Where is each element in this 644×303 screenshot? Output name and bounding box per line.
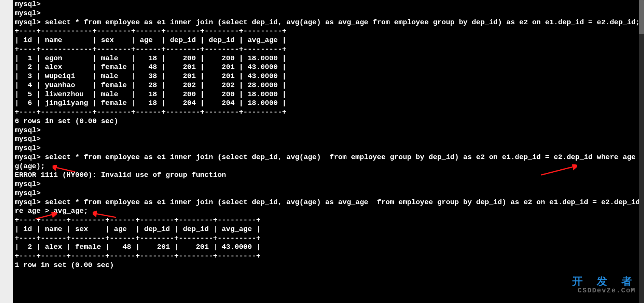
scrollbar-thumb[interactable] <box>639 0 644 34</box>
sql-query-3b: re age > avg_age; <box>15 207 642 216</box>
sql-query-1: mysql> select * from employee as e1 inne… <box>15 18 642 27</box>
result-summary: 1 row in set (0.00 sec) <box>15 261 642 270</box>
watermark-bottom: CSDDevZe.CoM <box>572 286 636 295</box>
table-sep: +----+------------+--------+------+-----… <box>15 27 642 36</box>
sql-query-2b: g(age); <box>15 162 642 171</box>
table-row: | 2 | alex | female | 48 | 201 | 201 | 4… <box>15 63 642 72</box>
terminal-line: mysql> <box>15 180 642 189</box>
watermark: 开 发 者 CSDDevZe.CoM <box>572 275 636 295</box>
table-sep: +----+------+--------+------+--------+--… <box>15 234 642 243</box>
table-row: | 2 | alex | female | 48 | 201 | 201 | 4… <box>15 243 642 252</box>
table-sep: +----+------+--------+------+--------+--… <box>15 216 642 225</box>
table-header: | id | name | sex | age | dep_id | dep_i… <box>15 225 642 234</box>
sql-query-3a: mysql> select * from employee as e1 inne… <box>15 198 642 207</box>
watermark-top: 开 发 者 <box>572 275 636 289</box>
table-row: | 5 | liwenzhou | male | 18 | 200 | 200 … <box>15 90 642 99</box>
table-sep: +----+------------+--------+------+-----… <box>15 45 642 54</box>
table-sep: +----+------------+--------+------+-----… <box>15 108 642 117</box>
sql-query-2a: mysql> select * from employee as e1 inne… <box>15 153 642 162</box>
terminal-line: mysql> <box>15 189 642 198</box>
result-summary: 6 rows in set (0.00 sec) <box>15 117 642 126</box>
terminal-line: mysql> <box>15 9 642 18</box>
table-header: | id | name | sex | age | dep_id | dep_i… <box>15 36 642 45</box>
terminal-line: mysql> <box>15 144 642 153</box>
table-sep: +----+------+--------+------+--------+--… <box>15 252 642 261</box>
error-message: ERROR 1111 (HY000): Invalid use of group… <box>15 171 642 180</box>
terminal-line: mysql> <box>15 126 642 135</box>
table-row: | 4 | yuanhao | female | 28 | 202 | 202 … <box>15 81 642 90</box>
terminal-line: mysql> <box>15 135 642 144</box>
table-row: | 6 | jingliyang | female | 18 | 204 | 2… <box>15 99 642 108</box>
table-row: | 1 | egon | male | 18 | 200 | 200 | 18.… <box>15 54 642 63</box>
vertical-scrollbar[interactable] <box>639 0 644 303</box>
terminal-line: mysql> <box>15 0 642 9</box>
table-row: | 3 | wupeiqi | male | 38 | 201 | 201 | … <box>15 72 642 81</box>
terminal-window[interactable]: mysql> mysql> mysql> select * from emplo… <box>13 0 644 303</box>
